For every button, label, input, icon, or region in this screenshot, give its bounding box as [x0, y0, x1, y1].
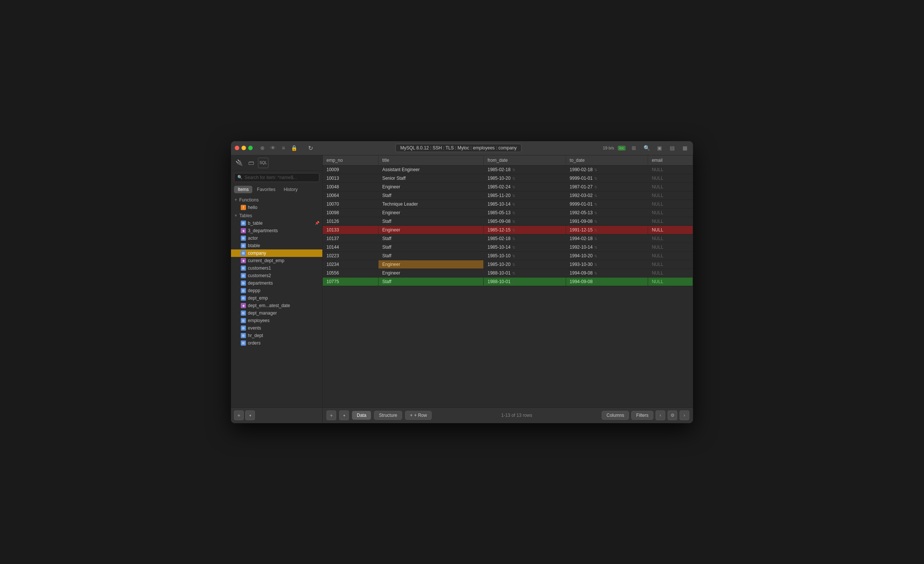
dropdown-button[interactable]: ▾ [245, 411, 255, 420]
table-row[interactable]: 10137Staff1985-02-18⇅1994-02-18⇅NULL [323, 234, 693, 243]
add-row-plus-button[interactable]: + [327, 411, 336, 420]
grid-icon[interactable]: ⊞ [629, 143, 638, 152]
cell-to_date[interactable]: 1994-09-08⇅ [566, 268, 648, 277]
cell-email[interactable]: NULL [648, 234, 693, 243]
sidebar-table-icon[interactable]: 🗃 [246, 158, 256, 168]
cell-email[interactable]: NULL [648, 225, 693, 234]
table-row[interactable]: 10133Engineer1985-12-15⇅1991-12-15⇅NULL [323, 225, 693, 234]
cell-from_date[interactable]: 1985-10-14⇅ [484, 200, 566, 208]
sidebar-item-b_table[interactable]: ⊞ b_table 📌 [231, 219, 322, 227]
tab-data[interactable]: Data [352, 411, 371, 420]
cell-emp_no[interactable]: 10048 [323, 182, 378, 191]
sidebar-item-dept_emp[interactable]: ⊞ dept_emp [231, 294, 322, 302]
cell-title[interactable]: Staff [378, 234, 483, 243]
sidebar-item-customers1[interactable]: ⊞ customers1 [231, 264, 322, 272]
cell-emp_no[interactable]: 10775 [323, 277, 378, 286]
cell-title[interactable]: Engineer [378, 208, 483, 217]
cell-title[interactable]: Engineer [378, 225, 483, 234]
table-row[interactable]: 10098Engineer1985-05-13⇅1992-05-13⇅NULL [323, 208, 693, 217]
search-box[interactable]: 🔍 Search for item: ^name$... [234, 173, 320, 182]
menu-icon[interactable]: ≡ [280, 144, 287, 152]
cell-emp_no[interactable]: 10126 [323, 217, 378, 225]
cell-to_date[interactable]: 1992-03-02⇅ [566, 191, 648, 200]
refresh-icon[interactable]: ↻ [307, 144, 314, 152]
sidebar-item-employees[interactable]: ⊞ employees [231, 317, 322, 324]
minimize-button[interactable] [242, 146, 246, 150]
sidebar-item-departments[interactable]: ⊞ departments [231, 279, 322, 287]
table-row[interactable]: 10223Staff1985-10-10⇅1994-10-20⇅NULL [323, 251, 693, 260]
cell-emp_no[interactable]: 10013 [323, 174, 378, 182]
cell-from_date[interactable]: 1985-02-18⇅ [484, 234, 566, 243]
cell-to_date[interactable]: 1994-02-18⇅ [566, 234, 648, 243]
add-item-button[interactable]: + [234, 411, 244, 420]
cell-email[interactable]: NULL [648, 191, 693, 200]
cell-from_date[interactable]: 1985-02-18⇅ [484, 165, 566, 174]
table-row[interactable]: 10070Technique Leader1985-10-14⇅9999-01-… [323, 200, 693, 208]
cell-email[interactable]: NULL [648, 277, 693, 286]
cell-to_date[interactable]: 9999-01-01⇅ [566, 174, 648, 182]
cell-emp_no[interactable]: 10137 [323, 234, 378, 243]
table-row[interactable]: 10144Staff1985-10-14⇅1992-10-14⇅NULL [323, 243, 693, 251]
add-row-dropdown-button[interactable]: ▾ [339, 411, 349, 420]
cell-emp_no[interactable]: 10223 [323, 251, 378, 260]
filters-button[interactable]: Filters [631, 411, 653, 420]
sidebar-item-hr_dept[interactable]: ⊞ hr_dept [231, 332, 322, 339]
cell-from_date[interactable]: 1985-02-24⇅ [484, 182, 566, 191]
cell-to_date[interactable]: 1987-01-27⇅ [566, 182, 648, 191]
cell-emp_no[interactable]: 10009 [323, 165, 378, 174]
cell-title[interactable]: Staff [378, 217, 483, 225]
tab-history[interactable]: History [280, 186, 302, 193]
cell-from_date[interactable]: 1985-12-15⇅ [484, 225, 566, 234]
sidebar-item-events[interactable]: ⊞ events [231, 324, 322, 332]
table-row[interactable]: 10126Staff1985-09-08⇅1991-09-08⇅NULL [323, 217, 693, 225]
cell-from_date[interactable]: 1985-10-10⇅ [484, 251, 566, 260]
eye-icon[interactable]: 👁 [269, 144, 277, 152]
cell-from_date[interactable]: 1985-10-20⇅ [484, 260, 566, 268]
cell-to_date[interactable]: 1991-09-08⇅ [566, 217, 648, 225]
cell-from_date[interactable]: 1985-10-14⇅ [484, 243, 566, 251]
cell-email[interactable]: NULL [648, 174, 693, 182]
table-container[interactable]: emp_no title from_date to_date email 100… [323, 155, 693, 408]
cell-emp_no[interactable]: 10234 [323, 260, 378, 268]
cell-email[interactable]: NULL [648, 200, 693, 208]
sidebar-item-hello[interactable]: f hello [231, 204, 322, 211]
tables-header[interactable]: ▼ Tables [231, 212, 322, 219]
cell-to_date[interactable]: 1994-09-08⇅ [566, 277, 648, 286]
cell-emp_no[interactable]: 10144 [323, 243, 378, 251]
cell-title[interactable]: Staff [378, 191, 483, 200]
cell-from_date[interactable]: 1985-11-20⇅ [484, 191, 566, 200]
cell-email[interactable]: NULL [648, 165, 693, 174]
cell-to_date[interactable]: 1991-12-15⇅ [566, 225, 648, 234]
cell-from_date[interactable]: 1988-10-01⇅ [484, 277, 566, 286]
sidebar-item-3_departments[interactable]: ◈ 3_departments [231, 227, 322, 234]
tab-items[interactable]: Items [234, 186, 252, 193]
cell-title[interactable]: Assistant Engineer [378, 165, 483, 174]
cell-from_date[interactable]: 1985-05-13⇅ [484, 208, 566, 217]
layout-split-icon[interactable]: ▣ [655, 143, 664, 152]
cell-to_date[interactable]: 1992-10-14⇅ [566, 243, 648, 251]
sidebar-item-company[interactable]: ⊞ company [231, 249, 322, 257]
sidebar-item-current_dept_emp[interactable]: ◈ current_dept_emp [231, 257, 322, 264]
close-icon[interactable]: ⊗ [259, 144, 266, 152]
cell-from_date[interactable]: 1985-09-08⇅ [484, 217, 566, 225]
cell-from_date[interactable]: 1988-10-01⇅ [484, 268, 566, 277]
cell-to_date[interactable]: 1994-10-20⇅ [566, 251, 648, 260]
cell-title[interactable]: Staff [378, 243, 483, 251]
cell-title[interactable]: Engineer [378, 268, 483, 277]
sidebar-sql-icon[interactable]: SQL [258, 158, 268, 168]
next-page-button[interactable]: › [680, 411, 689, 420]
table-row[interactable]: 10064Staff1985-11-20⇅1992-03-02⇅NULL [323, 191, 693, 200]
cell-email[interactable]: NULL [648, 217, 693, 225]
tab-structure[interactable]: Structure [374, 411, 402, 420]
layout-bottom-icon[interactable]: ▤ [668, 143, 676, 152]
sidebar-item-btable[interactable]: ⊞ btable [231, 242, 322, 249]
lock-icon[interactable]: 🔒 [290, 144, 298, 152]
cell-to_date[interactable]: 1990-02-18⇅ [566, 165, 648, 174]
cell-emp_no[interactable]: 10098 [323, 208, 378, 217]
tab-favorites[interactable]: Favorites [253, 186, 279, 193]
columns-button[interactable]: Columns [602, 411, 629, 420]
sidebar-item-actor[interactable]: ⊞ actor [231, 234, 322, 242]
cell-email[interactable]: NULL [648, 208, 693, 217]
settings-button[interactable]: ⚙ [668, 411, 677, 420]
cell-title[interactable]: Staff [378, 251, 483, 260]
